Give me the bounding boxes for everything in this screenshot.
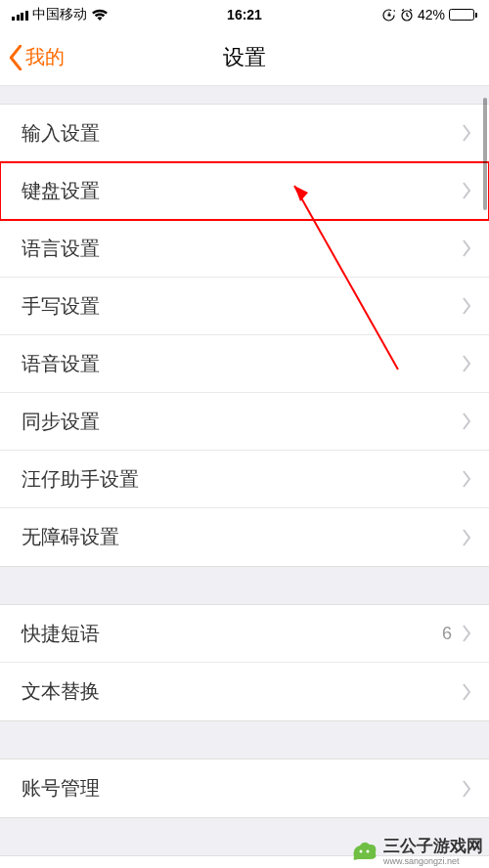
chevron-left-icon xyxy=(8,45,23,70)
scroll-indicator[interactable] xyxy=(483,98,487,210)
wifi-icon xyxy=(91,9,109,22)
list-item-account-management[interactable]: 账号管理 xyxy=(0,760,489,817)
list-item-accessibility-settings[interactable]: 无障碍设置 xyxy=(0,508,489,566)
settings-group-0: 输入设置 键盘设置 语言设置 手写设置 语音设置 同步设置 汪仔助手设置 xyxy=(0,104,489,567)
battery-pct: 42% xyxy=(418,7,445,22)
list-item-wangzai-assistant-settings[interactable]: 汪仔助手设置 xyxy=(0,451,489,508)
chevron-right-icon xyxy=(462,412,471,430)
back-label: 我的 xyxy=(25,44,65,70)
chevron-right-icon xyxy=(462,470,471,488)
list-item-sync-settings[interactable]: 同步设置 xyxy=(0,393,489,451)
page-title: 设置 xyxy=(223,43,266,72)
status-bar: 中国移动 16:21 42% xyxy=(0,0,489,29)
item-label: 快捷短语 xyxy=(22,621,100,647)
list-item-text-replace[interactable]: 文本替换 xyxy=(0,663,489,720)
list-item-language-settings[interactable]: 语言设置 xyxy=(0,220,489,278)
rotation-lock-icon xyxy=(381,8,396,22)
alarm-icon xyxy=(400,8,414,22)
back-button[interactable]: 我的 xyxy=(0,44,65,70)
status-time: 16:21 xyxy=(227,7,262,22)
item-label: 输入设置 xyxy=(22,120,100,147)
status-left: 中国移动 xyxy=(12,6,109,23)
list-item-keyboard-settings[interactable]: 键盘设置 xyxy=(0,162,489,220)
chevron-right-icon xyxy=(462,625,471,642)
list-item-handwriting-settings[interactable]: 手写设置 xyxy=(0,278,489,335)
nav-bar: 我的 设置 xyxy=(0,29,489,86)
chevron-right-icon xyxy=(462,124,471,142)
list-item-quick-phrases[interactable]: 快捷短语 6 xyxy=(0,605,489,663)
svg-point-4 xyxy=(360,850,363,853)
item-label: 账号管理 xyxy=(22,775,100,802)
chevron-right-icon xyxy=(462,529,471,546)
list-item-voice-settings[interactable]: 语音设置 xyxy=(0,335,489,393)
battery-icon xyxy=(449,9,477,21)
settings-group-1: 快捷短语 6 文本替换 xyxy=(0,604,489,721)
chevron-right-icon xyxy=(462,780,471,798)
item-label: 同步设置 xyxy=(22,409,100,435)
status-right: 42% xyxy=(381,7,477,22)
item-label: 文本替换 xyxy=(22,678,100,705)
svg-point-5 xyxy=(367,850,370,853)
signal-icon xyxy=(12,9,28,21)
watermark-url: www.sangongzi.net xyxy=(383,856,483,866)
chevron-right-icon xyxy=(462,239,471,257)
list-item-input-settings[interactable]: 输入设置 xyxy=(0,105,489,162)
watermark-text: 三公子游戏网 xyxy=(383,835,483,857)
settings-group-2: 账号管理 xyxy=(0,759,489,818)
watermark: 三公子游戏网 www.sangongzi.net xyxy=(350,835,483,866)
item-label: 汪仔助手设置 xyxy=(22,466,139,493)
chevron-right-icon xyxy=(462,297,471,315)
chevron-right-icon xyxy=(462,182,471,199)
item-label: 语言设置 xyxy=(22,236,100,262)
chevron-right-icon xyxy=(462,355,471,372)
watermark-logo-icon xyxy=(350,840,378,861)
item-label: 无障碍设置 xyxy=(22,524,119,550)
item-label: 语音设置 xyxy=(22,351,100,377)
item-label: 键盘设置 xyxy=(22,178,100,204)
chevron-right-icon xyxy=(462,683,471,701)
item-label: 手写设置 xyxy=(22,293,100,320)
item-detail: 6 xyxy=(442,624,452,644)
carrier-label: 中国移动 xyxy=(32,6,87,23)
